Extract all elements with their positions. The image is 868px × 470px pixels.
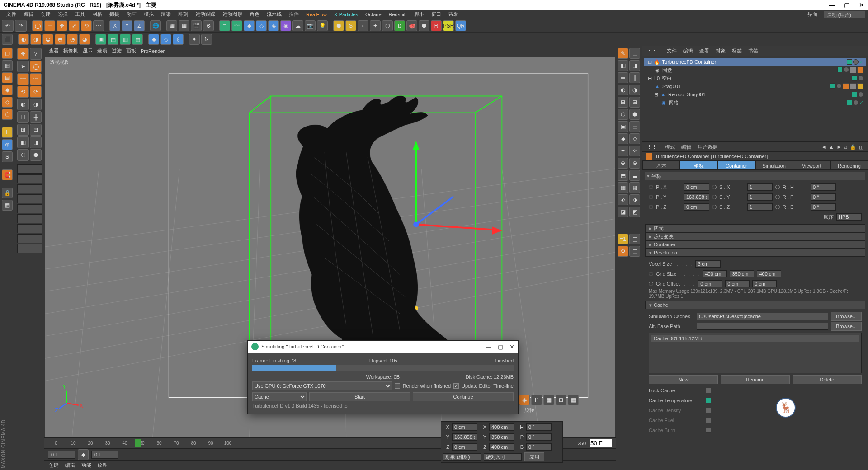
- nav-lock-icon[interactable]: 🔒: [850, 144, 856, 150]
- attr-tab-render[interactable]: Rendering: [830, 161, 868, 170]
- tree-row-tfd[interactable]: ⊟ 🔥 TurbulenceFD Container ✓: [644, 58, 866, 66]
- cmd-item[interactable]: 纹理: [98, 462, 108, 469]
- view-menu-item[interactable]: ProRender: [141, 48, 165, 54]
- ch-field[interactable]: [526, 423, 552, 431]
- cy2-field[interactable]: [489, 433, 514, 441]
- tp-h-icon[interactable]: ╫: [30, 111, 42, 123]
- rt-u-icon[interactable]: ⬒: [618, 170, 628, 181]
- attr-menu[interactable]: 编辑: [681, 144, 691, 150]
- attr-tab-coord[interactable]: 坐标: [680, 161, 717, 170]
- objmgr-tab[interactable]: 标签: [732, 47, 742, 54]
- plugin9-icon[interactable]: R: [431, 20, 442, 31]
- tp-g-icon[interactable]: H: [17, 111, 29, 123]
- rt-c-icon[interactable]: ◧: [618, 60, 628, 71]
- tree-row[interactable]: ⊟ ▲ Retopo_Stag001: [644, 90, 866, 99]
- mode-texture-icon[interactable]: ▦: [2, 60, 13, 71]
- rect-select-icon[interactable]: ▭: [44, 20, 55, 31]
- rt-v-icon[interactable]: ⬓: [629, 170, 640, 181]
- rh-field[interactable]: [811, 183, 836, 191]
- menu-item[interactable]: 角色: [246, 10, 263, 19]
- dialog-min-icon[interactable]: —: [486, 343, 491, 350]
- cache-item[interactable]: Cache 001 115.12MB: [651, 335, 859, 342]
- oz-field[interactable]: [752, 280, 777, 287]
- rt-2-icon[interactable]: ◩: [629, 207, 640, 217]
- qr-icon[interactable]: QR: [455, 20, 466, 31]
- rp-field[interactable]: [811, 193, 836, 201]
- axis-z-icon[interactable]: Z: [134, 20, 145, 31]
- objmgr-tab[interactable]: 编辑: [683, 47, 693, 54]
- t2n-icon[interactable]: ✦: [189, 34, 200, 45]
- axis-s-icon[interactable]: S: [2, 151, 13, 162]
- key-prev-icon[interactable]: ◆: [78, 449, 89, 460]
- scale-tool-icon[interactable]: ⤢: [69, 20, 80, 31]
- plugin3-icon[interactable]: ○: [358, 20, 368, 31]
- oy-field[interactable]: [725, 280, 750, 287]
- render-settings-icon[interactable]: ⚙: [203, 20, 214, 31]
- t2k-icon[interactable]: ◆: [148, 34, 159, 45]
- voxel-field[interactable]: [695, 260, 721, 268]
- play-e-icon[interactable]: ▦: [568, 395, 579, 405]
- objmgr-tab[interactable]: 书签: [748, 47, 758, 54]
- view-menu-item[interactable]: 摄像机: [63, 47, 78, 54]
- rt-x-icon[interactable]: ▩: [629, 182, 640, 193]
- mode-point-icon[interactable]: ◆: [2, 85, 13, 95]
- env-icon[interactable]: ☁: [292, 20, 303, 31]
- rt-4-icon[interactable]: ◫: [629, 246, 640, 257]
- tree-row[interactable]: ◉ 固盘: [644, 66, 866, 74]
- plugin4-icon[interactable]: ✦: [370, 20, 381, 31]
- tp-c-icon[interactable]: ⟲: [17, 86, 29, 98]
- nav-up-icon[interactable]: ▲: [829, 144, 834, 150]
- rt-o-icon[interactable]: ◆: [618, 133, 628, 144]
- t2e-icon[interactable]: ◔: [67, 34, 78, 45]
- window-minimize[interactable]: —: [829, 1, 835, 9]
- swatch-icon[interactable]: [17, 224, 42, 233]
- menu-item[interactable]: 脚本: [410, 10, 428, 19]
- pz-field[interactable]: [684, 203, 709, 211]
- py-field[interactable]: [684, 193, 709, 201]
- view-menu-item[interactable]: 面板: [126, 47, 136, 54]
- mode-edge-icon[interactable]: ◇: [2, 97, 13, 108]
- rt-z-icon[interactable]: ⬗: [629, 194, 640, 205]
- cache-rename-button[interactable]: Rename: [721, 375, 790, 384]
- t2c-icon[interactable]: ◒: [42, 34, 53, 45]
- cache-list[interactable]: Cache 001 115.12MB: [649, 333, 862, 373]
- swatch-icon[interactable]: [17, 184, 42, 193]
- swatch-icon[interactable]: [17, 214, 42, 223]
- swatch-icon[interactable]: [17, 204, 42, 213]
- sect-quat[interactable]: 四元: [645, 224, 865, 232]
- t2d-icon[interactable]: ◓: [55, 34, 66, 45]
- rb-field[interactable]: [811, 203, 836, 211]
- plugin7-icon[interactable]: 🐙: [406, 20, 417, 31]
- lockcache-checkbox[interactable]: [706, 388, 711, 393]
- rt-e-icon[interactable]: ╪: [618, 72, 628, 83]
- frame-start-field[interactable]: [48, 451, 75, 459]
- dialog-max-icon[interactable]: ▢: [498, 343, 503, 350]
- mode-workplane-icon[interactable]: ▤: [2, 72, 13, 83]
- menu-item[interactable]: 运动跟踪: [192, 10, 219, 19]
- browse-button[interactable]: Browse...: [831, 312, 862, 321]
- timeline-end-field[interactable]: [590, 439, 612, 447]
- cachedens-checkbox[interactable]: [706, 408, 711, 413]
- sect-freeze[interactable]: 冻结变换: [645, 232, 865, 240]
- rt-l-icon[interactable]: ⬢: [629, 109, 640, 120]
- rt-eq1-icon[interactable]: =1: [618, 234, 628, 244]
- tp-a-icon[interactable]: 〰: [17, 73, 29, 85]
- dialog-titlebar[interactable]: Simulating "TurbulenceFD Container" — ▢ …: [248, 341, 518, 352]
- cache-select[interactable]: Cache: [252, 392, 307, 401]
- simcache-field[interactable]: [697, 313, 828, 320]
- sy-field[interactable]: [747, 193, 773, 201]
- tp-i-icon[interactable]: ⊞: [17, 124, 29, 136]
- swatch-icon[interactable]: [17, 234, 42, 243]
- start-button[interactable]: Start: [309, 392, 410, 401]
- menu-item[interactable]: 动画: [123, 10, 140, 19]
- rt-b-icon[interactable]: ◫: [629, 48, 640, 59]
- gy-field[interactable]: [730, 270, 754, 277]
- menu-item[interactable]: 创建: [37, 10, 54, 19]
- attr-menu[interactable]: 用户数据: [698, 144, 717, 150]
- lock-icon[interactable]: 🔒: [2, 188, 13, 198]
- rt-f-icon[interactable]: ╫: [629, 72, 640, 83]
- rt-y-icon[interactable]: ⬖: [618, 194, 628, 205]
- rt-g-icon[interactable]: ◐: [618, 85, 628, 95]
- attr-tab-sim[interactable]: Simulation: [755, 161, 793, 170]
- swatch-icon[interactable]: [17, 244, 42, 253]
